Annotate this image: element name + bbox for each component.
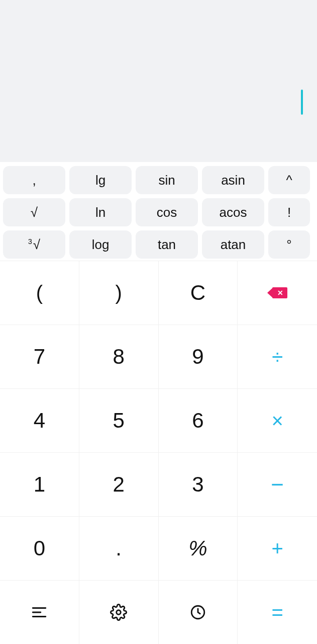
atan-label: atan bbox=[221, 237, 246, 253]
cbrt-label: 3√ bbox=[28, 237, 40, 253]
cos-label: cos bbox=[157, 205, 177, 220]
menu-button[interactable] bbox=[0, 580, 79, 644]
power-button[interactable]: ^ bbox=[268, 166, 310, 194]
sci-row-3: 3√ log tan atan ° bbox=[3, 230, 314, 259]
lg-button[interactable]: lg bbox=[69, 166, 132, 194]
cursor-icon bbox=[301, 90, 303, 115]
sqrt-label: √ bbox=[31, 205, 38, 220]
divide-label: ÷ bbox=[272, 346, 283, 368]
comma-label: , bbox=[32, 173, 36, 188]
digit-2-button[interactable]: 2 bbox=[79, 452, 159, 516]
digit-5-button[interactable]: 5 bbox=[79, 388, 159, 452]
ln-button[interactable]: ln bbox=[69, 198, 132, 226]
multiply-button[interactable]: × bbox=[238, 388, 317, 452]
minus-label: − bbox=[271, 472, 284, 497]
digit-3-label: 3 bbox=[192, 472, 203, 497]
main-pad: ( ) C ✕ 7 8 9 ÷ 4 5 6 × 1 2 3 − 0 . % + bbox=[0, 261, 317, 644]
sin-button[interactable]: sin bbox=[136, 166, 198, 194]
acos-button[interactable]: acos bbox=[202, 198, 264, 226]
cos-button[interactable]: cos bbox=[136, 198, 198, 226]
comma-button[interactable]: , bbox=[3, 166, 65, 194]
tan-label: tan bbox=[158, 237, 176, 253]
lg-label: lg bbox=[95, 173, 105, 188]
svg-point-3 bbox=[117, 610, 121, 615]
sci-row-1: , lg sin asin ^ bbox=[3, 166, 314, 194]
log-button[interactable]: log bbox=[69, 230, 132, 259]
dot-label: . bbox=[116, 536, 122, 560]
digit-7-label: 7 bbox=[34, 345, 45, 369]
degree-button[interactable]: ° bbox=[268, 230, 310, 259]
gear-icon bbox=[110, 604, 127, 621]
display-area[interactable] bbox=[0, 0, 317, 162]
calculator-app: , lg sin asin ^ √ ln cos acos ! 3√ log t… bbox=[0, 0, 317, 644]
divide-button[interactable]: ÷ bbox=[238, 325, 317, 388]
digit-0-label: 0 bbox=[34, 536, 45, 560]
percent-label: % bbox=[188, 536, 207, 560]
sci-row-2: √ ln cos acos ! bbox=[3, 198, 314, 226]
sqrt-button[interactable]: √ bbox=[3, 198, 65, 226]
plus-label: + bbox=[271, 537, 283, 560]
lparen-label: ( bbox=[36, 282, 43, 304]
settings-button[interactable] bbox=[79, 580, 159, 644]
digit-6-label: 6 bbox=[192, 409, 203, 433]
rparen-button[interactable]: ) bbox=[79, 261, 159, 325]
digit-8-button[interactable]: 8 bbox=[79, 325, 159, 388]
digit-8-label: 8 bbox=[113, 345, 124, 369]
backspace-icon: ✕ bbox=[267, 287, 287, 298]
acos-label: acos bbox=[220, 205, 247, 220]
scientific-pad: , lg sin asin ^ √ ln cos acos ! 3√ log t… bbox=[0, 162, 317, 261]
digit-9-button[interactable]: 9 bbox=[159, 325, 238, 388]
digit-2-label: 2 bbox=[113, 472, 124, 497]
clear-label: C bbox=[190, 281, 205, 305]
asin-button[interactable]: asin bbox=[202, 166, 264, 194]
backspace-button[interactable]: ✕ bbox=[238, 261, 317, 325]
lparen-button[interactable]: ( bbox=[0, 261, 79, 325]
clear-button[interactable]: C bbox=[159, 261, 238, 325]
digit-6-button[interactable]: 6 bbox=[159, 388, 238, 452]
degree-label: ° bbox=[286, 237, 291, 253]
digit-4-label: 4 bbox=[34, 409, 45, 433]
plus-button[interactable]: + bbox=[238, 516, 317, 580]
ln-label: ln bbox=[95, 205, 105, 220]
digit-4-button[interactable]: 4 bbox=[0, 388, 79, 452]
rparen-label: ) bbox=[115, 282, 122, 304]
digit-1-label: 1 bbox=[34, 472, 45, 497]
clock-icon bbox=[189, 604, 206, 621]
digit-1-button[interactable]: 1 bbox=[0, 452, 79, 516]
digit-7-button[interactable]: 7 bbox=[0, 325, 79, 388]
digit-5-label: 5 bbox=[113, 409, 124, 433]
power-label: ^ bbox=[286, 173, 292, 188]
history-button[interactable] bbox=[159, 580, 238, 644]
digit-9-label: 9 bbox=[192, 345, 203, 369]
atan-button[interactable]: atan bbox=[202, 230, 264, 259]
menu-icon bbox=[31, 604, 48, 621]
asin-label: asin bbox=[221, 173, 245, 188]
log-label: log bbox=[92, 237, 110, 253]
equals-button[interactable]: = bbox=[238, 580, 317, 644]
tan-button[interactable]: tan bbox=[136, 230, 198, 259]
factorial-button[interactable]: ! bbox=[268, 198, 310, 226]
dot-button[interactable]: . bbox=[79, 516, 159, 580]
digit-3-button[interactable]: 3 bbox=[159, 452, 238, 516]
equals-label: = bbox=[271, 601, 283, 624]
percent-button[interactable]: % bbox=[159, 516, 238, 580]
sin-label: sin bbox=[158, 173, 175, 188]
multiply-label: × bbox=[271, 410, 283, 432]
minus-button[interactable]: − bbox=[238, 452, 317, 516]
cbrt-button[interactable]: 3√ bbox=[3, 230, 65, 259]
digit-0-button[interactable]: 0 bbox=[0, 516, 79, 580]
factorial-label: ! bbox=[287, 205, 291, 220]
